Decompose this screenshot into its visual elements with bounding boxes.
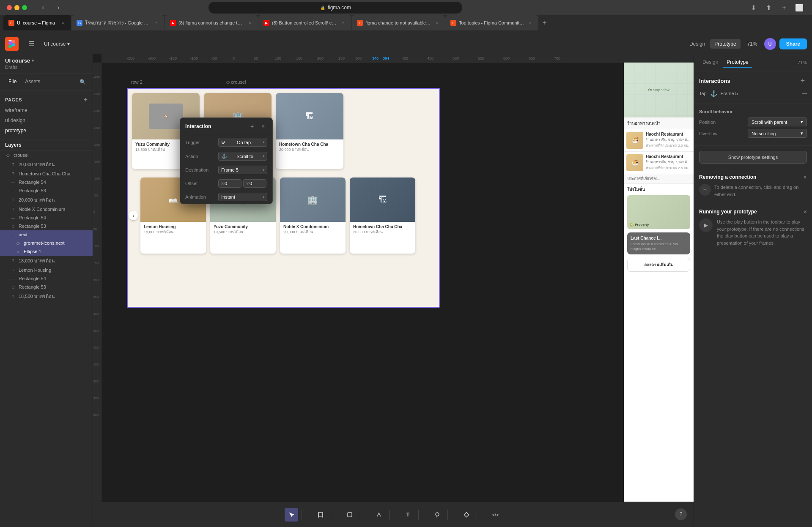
animation-select[interactable]: Instant ▾ [218,193,267,201]
layers-header: Layers [0,139,93,151]
figma-file-menu[interactable]: UI course ▾ [41,39,73,49]
layer-grommet[interactable]: ◇ grommet-icons:next [0,239,93,247]
tab-close-yt1[interactable]: × [247,20,253,26]
figma-logo[interactable] [5,37,19,51]
page-prototype[interactable]: prototype [0,126,93,136]
preview-restaurant-1: 🍜 Haochi Restaurant ร้านอาหารจีน, ชาบู, … [624,129,694,152]
bottom-toolbar: T </> [93,502,694,527]
tab-figma-active[interactable]: F UI course – Figma × [3,15,71,30]
offset-x-input[interactable]: X 0 [218,179,241,188]
layer-rect53-2[interactable]: □ Rectangle 53 [0,222,93,230]
ruler-mark-650: 650 [529,56,535,60]
position-select[interactable]: Scroll with parent ▾ [748,117,807,126]
trigger-select[interactable]: ⊕ On tap ▾ [218,138,267,147]
tab-figma-community[interactable]: F figma change to not available – G... × [352,15,445,30]
proto-settings-button[interactable]: Show prototype settings [699,151,807,164]
address-bar[interactable]: 🔒 figma.com [208,2,462,14]
tab-close-ft[interactable]: × [527,20,533,26]
svg-rect-6 [464,512,469,517]
comment-tool-button[interactable] [431,508,444,522]
carousel-prev-button[interactable]: ‹ [129,211,138,220]
layer-price-2[interactable]: T 20,000 บาท/เดือน [0,195,93,205]
rectangle-tool-button[interactable] [343,508,357,522]
running-prototype-close-icon[interactable]: × [804,208,807,215]
page-ui-design[interactable]: ui design [0,115,93,126]
tab-design[interactable]: Design [685,39,709,49]
layer-ellipse[interactable]: ○ Ellipse 1 [0,247,93,256]
add-interaction-button[interactable]: + [798,76,807,85]
layer-rect54-2[interactable]: — Rectangle 54 [0,213,93,222]
share-button[interactable]: Share [779,38,807,49]
layer-price-4[interactable]: T 18,500 บาท/เดือน [0,291,93,301]
traffic-light-yellow[interactable] [14,5,19,10]
download-button[interactable]: ⬇ [748,2,760,14]
zoom-control[interactable]: 71% [744,39,761,49]
layer-hometown[interactable]: T Hometown Cha Cha Cha [0,169,93,178]
new-tab-button[interactable]: + [539,15,551,30]
destination-value: Frame 5 [221,167,239,172]
tool-group-select [282,506,306,523]
sidebar-toggle-button[interactable]: ☰ [25,38,37,50]
destination-select[interactable]: Frame 5 ▾ [218,166,267,174]
canvas-area[interactable]: -250 -200 -150 -100 -50 0 50 100 150 200… [93,54,694,527]
layer-noble[interactable]: T Noble X Condominium [0,205,93,213]
modal-add-button[interactable]: + [248,122,256,131]
tool-group-components [457,506,481,523]
card-noble-bottom-body: Noble X Condominium 20,000 บาท/เดือน [280,222,346,238]
offset-y-input[interactable]: Y 0 [243,179,266,188]
frame-tool-button[interactable] [314,508,327,522]
new-tab-plus-button[interactable]: ＋ [778,2,790,14]
tab-close-yt2[interactable]: × [340,20,346,26]
file-title: UI course [44,41,66,47]
text-tool-button[interactable]: T [401,508,415,522]
main-carousel-frame[interactable]: 🏠 Yuzu Community 18,500 บาท/เดือน 🏢 [127,88,440,308]
page-wireframe[interactable]: wireframe [0,105,93,115]
card-hometown-bottom-img: 🏗 [350,177,415,222]
preview-cta-button[interactable]: ลองถามเพิ่มเติม [627,258,690,272]
layer-rect54-3[interactable]: — Rectangle 54 [0,274,93,283]
tab-close-active[interactable]: × [60,20,66,26]
right-panel-design-tab[interactable]: Design [699,57,721,68]
layer-rect54-1[interactable]: — Rectangle 54 [0,178,93,186]
tab-prototype[interactable]: Prototype [710,39,740,49]
browser-back-button[interactable]: ‹ [37,2,49,14]
tab-close-fc[interactable]: × [434,20,440,26]
pen-tool-button[interactable] [372,508,386,522]
layer-crousel[interactable]: ◇ crousel [0,151,93,159]
sidebar-search-button[interactable]: 🔍 [77,77,88,87]
tab-close-google[interactable]: × [154,20,159,26]
action-select[interactable]: ⚓ Scroll to ▾ [218,152,267,161]
tab-yt2[interactable]: ▶ (8) Button controlled Scroll/ carou...… [258,15,351,30]
tab-google[interactable]: G โรพยาบาล หัวชวาง - Google Search × [71,15,165,30]
share-browser-button[interactable]: ⬆ [763,2,775,14]
help-button[interactable]: ? [675,508,687,520]
components-tool-button[interactable] [460,508,473,522]
v-ruler-neg150: -150 [93,160,100,164]
tab-figma-topics[interactable]: F Top topics - Figma Community Fo... × [445,15,538,30]
traffic-light-red[interactable] [7,5,12,10]
sidebar-tab-assets[interactable]: Assets [22,77,44,87]
traffic-light-green[interactable] [22,5,27,10]
fc-favicon: F [357,20,363,26]
play-button-icon[interactable]: ▶ [699,218,713,232]
layer-next[interactable]: □ next [0,230,93,239]
layer-lemon[interactable]: T Lemon Housing [0,266,93,274]
modal-animation-field: Animation Instant ▾ [180,190,272,204]
code-tool-button[interactable]: </> [489,508,502,522]
modal-close-button[interactable]: × [259,122,267,131]
preview-promo-area: ประกาศที่เกี่ยวข้อง... [624,174,694,184]
sidebar-tab-file[interactable]: File [5,77,20,87]
layer-price-3[interactable]: T 18,000 บาท/เดือน [0,256,93,266]
overflow-select[interactable]: No scrolling ▾ [748,129,807,138]
layer-rect53-1[interactable]: □ Rectangle 53 [0,186,93,195]
select-tool-button[interactable] [285,508,298,522]
interaction-remove-button[interactable]: — [802,90,807,96]
layer-price-1[interactable]: T 20,000 บาท/เดือน [0,159,93,169]
tab-yt1[interactable]: ▶ (8) figma cannot us change to - Y... × [165,15,258,30]
extensions-button[interactable]: ⬜ [793,2,805,14]
tool-separator-6 [447,510,448,520]
browser-forward-button[interactable]: › [52,2,64,14]
layer-rect53-3[interactable]: □ Rectangle 53 [0,283,93,291]
right-panel-prototype-tab[interactable]: Prototype [723,57,752,68]
add-page-button[interactable]: + [84,96,88,104]
